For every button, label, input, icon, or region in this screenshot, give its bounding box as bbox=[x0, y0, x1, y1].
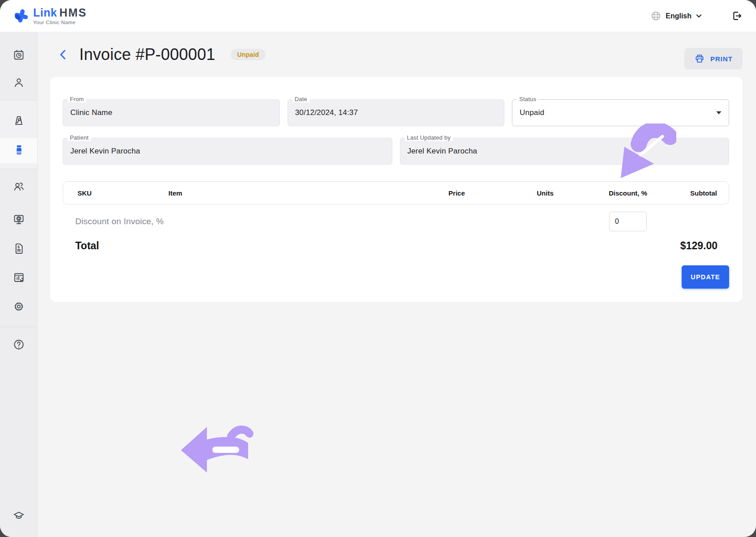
sidebar-item-lab[interactable] bbox=[13, 115, 25, 127]
total-label: Total bbox=[63, 240, 361, 252]
reports-icon bbox=[13, 272, 25, 284]
billing-document-icon: $ bbox=[13, 243, 25, 255]
sidebar-item-help[interactable] bbox=[13, 339, 25, 351]
status-badge: Unpaid bbox=[231, 49, 266, 60]
print-button[interactable]: PRINT bbox=[684, 48, 743, 69]
page-title: Invoice #P-000001 bbox=[79, 45, 215, 64]
back-button[interactable] bbox=[57, 49, 68, 60]
sidebar-item-education[interactable] bbox=[13, 510, 25, 522]
chevron-down-icon bbox=[696, 14, 702, 18]
last-updated-field: Last Updated by Jerel Kevin Parocha bbox=[400, 138, 730, 165]
invoice-discount-label: Discount on Invoice, % bbox=[63, 217, 361, 226]
printer-icon bbox=[694, 53, 705, 64]
lab-icon bbox=[13, 115, 25, 127]
total-row: Total $129.00 bbox=[63, 234, 729, 257]
svg-text:$: $ bbox=[17, 245, 20, 249]
status-select[interactable]: Status Unpaid bbox=[512, 99, 729, 126]
invoice-discount-row: Discount on Invoice, % bbox=[63, 209, 729, 234]
column-header-sku: SKU bbox=[63, 189, 168, 197]
calendar-clock-icon bbox=[13, 49, 25, 61]
help-icon bbox=[13, 339, 25, 351]
staff-icon bbox=[13, 181, 25, 193]
sidebar-item-patients[interactable] bbox=[13, 77, 25, 89]
globe-icon bbox=[651, 11, 661, 21]
date-field: Date 30/12/2024, 14:37 bbox=[288, 99, 505, 126]
chevron-left-icon bbox=[59, 50, 66, 60]
app-window: LinkHMS Your Clinic Name English bbox=[0, 0, 756, 537]
settings-gear-icon bbox=[13, 301, 25, 313]
column-header-subtotal: Subtotal bbox=[647, 189, 729, 197]
from-field-label: From bbox=[68, 96, 86, 102]
sidebar: $ bbox=[0, 32, 38, 537]
invoice-items-table: SKU Item Price Units Discount, % Subtota… bbox=[63, 181, 729, 205]
column-header-units: Units bbox=[465, 189, 554, 197]
from-field: From Clinic Name bbox=[63, 99, 280, 126]
pill-bottle-icon bbox=[13, 144, 25, 156]
workstation-icon bbox=[13, 213, 25, 226]
last-updated-field-label: Last Updated by bbox=[405, 134, 453, 141]
patient-field-value: Jerel Kevin Parocha bbox=[70, 147, 140, 156]
column-header-item: Item bbox=[168, 189, 361, 197]
sidebar-item-staff[interactable] bbox=[13, 181, 25, 193]
brand-logo[interactable]: LinkHMS Your Clinic Name bbox=[13, 7, 87, 25]
sidebar-item-reports[interactable] bbox=[13, 272, 25, 284]
status-select-value: Unpaid bbox=[520, 108, 544, 117]
sidebar-item-devices[interactable] bbox=[13, 213, 25, 226]
column-header-discount: Discount, % bbox=[554, 189, 647, 197]
top-bar: LinkHMS Your Clinic Name English bbox=[0, 0, 756, 32]
language-selector[interactable]: English bbox=[651, 11, 702, 21]
patient-icon bbox=[13, 77, 25, 89]
table-header: SKU Item Price Units Discount, % Subtota… bbox=[63, 182, 729, 204]
invoice-discount-input[interactable] bbox=[609, 212, 647, 231]
patient-field: Patient Jerel Kevin Parocha bbox=[63, 138, 392, 165]
brand-tagline: Your Clinic Name bbox=[33, 20, 87, 25]
print-button-label: PRINT bbox=[710, 55, 733, 63]
language-label: English bbox=[666, 12, 692, 20]
brand-name: LinkHMS bbox=[33, 7, 87, 18]
column-header-price: Price bbox=[361, 189, 465, 197]
sidebar-item-pharmacy[interactable] bbox=[13, 144, 25, 156]
sidebar-divider bbox=[0, 327, 37, 327]
sidebar-item-settings[interactable] bbox=[13, 301, 25, 313]
update-button[interactable]: UPDATE bbox=[682, 265, 729, 289]
clinic-cross-icon bbox=[13, 8, 29, 24]
patient-field-label: Patient bbox=[68, 134, 91, 141]
sidebar-divider bbox=[0, 169, 37, 169]
page-header: Invoice #P-000001 Unpaid PRINT bbox=[50, 32, 743, 77]
date-field-value: 30/12/2024, 14:37 bbox=[295, 108, 358, 117]
logout-icon bbox=[731, 10, 743, 21]
education-cap-icon bbox=[13, 510, 25, 522]
logout-button[interactable] bbox=[731, 10, 743, 21]
from-field-value: Clinic Name bbox=[70, 108, 112, 117]
last-updated-field-value: Jerel Kevin Parocha bbox=[408, 147, 477, 156]
status-select-label: Status bbox=[517, 96, 538, 102]
invoice-card: From Clinic Name Date 30/12/2024, 14:37 … bbox=[50, 77, 743, 302]
total-value: $129.00 bbox=[647, 240, 729, 252]
sidebar-divider bbox=[0, 100, 37, 100]
sidebar-item-billing[interactable]: $ bbox=[13, 243, 25, 255]
main-content: Invoice #P-000001 Unpaid PRINT From bbox=[38, 32, 756, 537]
date-field-label: Date bbox=[292, 96, 309, 102]
sidebar-item-calendar[interactable] bbox=[13, 49, 25, 61]
select-caret-icon bbox=[716, 111, 722, 115]
